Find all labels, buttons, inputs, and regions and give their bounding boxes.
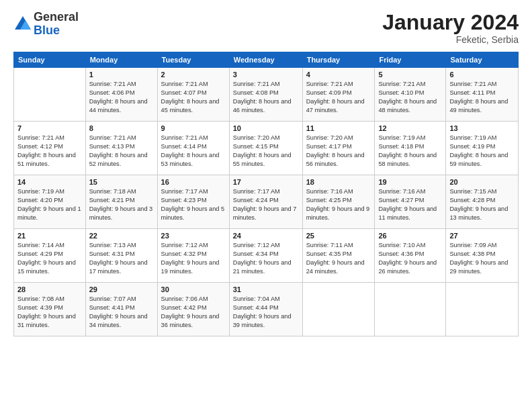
day-info: Sunrise: 7:21 AMSunset: 4:09 PMDaylight:… <box>306 80 371 115</box>
day-number: 5 <box>378 71 442 79</box>
day-number: 15 <box>89 178 154 186</box>
day-number: 22 <box>89 232 154 240</box>
day-info: Sunrise: 7:10 AMSunset: 4:36 PMDaylight:… <box>378 241 442 276</box>
day-number: 17 <box>233 178 299 186</box>
week-row-4: 21Sunrise: 7:14 AMSunset: 4:29 PMDayligh… <box>14 229 519 283</box>
week-row-5: 28Sunrise: 7:08 AMSunset: 4:39 PMDayligh… <box>14 283 519 336</box>
header-row: SundayMondayTuesdayWednesdayThursdayFrid… <box>14 52 519 68</box>
day-info: Sunrise: 7:19 AMSunset: 4:20 PMDaylight:… <box>17 187 82 222</box>
day-number: 3 <box>233 71 299 79</box>
day-info: Sunrise: 7:06 AMSunset: 4:42 PMDaylight:… <box>161 295 226 330</box>
day-info: Sunrise: 7:20 AMSunset: 4:15 PMDaylight:… <box>233 134 299 169</box>
col-header-tuesday: Tuesday <box>157 52 229 68</box>
day-cell: 7Sunrise: 7:21 AMSunset: 4:12 PMDaylight… <box>14 122 86 175</box>
day-number: 6 <box>449 71 515 79</box>
day-cell: 1Sunrise: 7:21 AMSunset: 4:06 PMDaylight… <box>85 68 157 122</box>
day-info: Sunrise: 7:13 AMSunset: 4:31 PMDaylight:… <box>89 241 154 276</box>
day-number: 24 <box>233 232 299 240</box>
location: Feketic, Serbia <box>382 34 519 45</box>
day-cell: 9Sunrise: 7:21 AMSunset: 4:14 PMDaylight… <box>157 122 229 175</box>
day-number: 31 <box>233 285 299 293</box>
day-cell: 4Sunrise: 7:21 AMSunset: 4:09 PMDaylight… <box>302 68 375 122</box>
day-info: Sunrise: 7:17 AMSunset: 4:24 PMDaylight:… <box>233 187 299 222</box>
day-cell: 16Sunrise: 7:17 AMSunset: 4:23 PMDayligh… <box>157 175 229 229</box>
col-header-saturday: Saturday <box>446 52 519 68</box>
day-cell: 17Sunrise: 7:17 AMSunset: 4:24 PMDayligh… <box>229 175 302 229</box>
day-number: 26 <box>378 232 442 240</box>
day-number: 20 <box>449 178 515 186</box>
day-info: Sunrise: 7:04 AMSunset: 4:44 PMDaylight:… <box>233 295 299 330</box>
day-info: Sunrise: 7:21 AMSunset: 4:12 PMDaylight:… <box>17 134 82 169</box>
col-header-monday: Monday <box>85 52 157 68</box>
week-row-2: 7Sunrise: 7:21 AMSunset: 4:12 PMDaylight… <box>14 122 519 175</box>
day-cell: 12Sunrise: 7:19 AMSunset: 4:18 PMDayligh… <box>375 122 446 175</box>
title-block: January 2024 Feketic, Serbia <box>382 11 519 45</box>
logo-icon <box>13 15 32 34</box>
calendar-table: SundayMondayTuesdayWednesdayThursdayFrid… <box>13 52 519 336</box>
day-info: Sunrise: 7:08 AMSunset: 4:39 PMDaylight:… <box>17 295 82 330</box>
day-info: Sunrise: 7:15 AMSunset: 4:28 PMDaylight:… <box>449 187 515 222</box>
day-cell: 27Sunrise: 7:09 AMSunset: 4:38 PMDayligh… <box>446 229 519 283</box>
day-cell: 14Sunrise: 7:19 AMSunset: 4:20 PMDayligh… <box>14 175 86 229</box>
day-number: 25 <box>306 232 371 240</box>
day-cell: 10Sunrise: 7:20 AMSunset: 4:15 PMDayligh… <box>229 122 302 175</box>
day-info: Sunrise: 7:21 AMSunset: 4:14 PMDaylight:… <box>161 134 226 169</box>
col-header-friday: Friday <box>375 52 446 68</box>
day-cell: 23Sunrise: 7:12 AMSunset: 4:32 PMDayligh… <box>157 229 229 283</box>
logo-general-text: General <box>34 10 79 24</box>
day-cell: 11Sunrise: 7:20 AMSunset: 4:17 PMDayligh… <box>302 122 375 175</box>
day-cell: 26Sunrise: 7:10 AMSunset: 4:36 PMDayligh… <box>375 229 446 283</box>
day-info: Sunrise: 7:12 AMSunset: 4:34 PMDaylight:… <box>233 241 299 276</box>
day-number: 14 <box>17 178 82 186</box>
day-number: 2 <box>161 71 226 79</box>
day-info: Sunrise: 7:09 AMSunset: 4:38 PMDaylight:… <box>449 241 515 276</box>
day-cell: 22Sunrise: 7:13 AMSunset: 4:31 PMDayligh… <box>85 229 157 283</box>
day-cell: 18Sunrise: 7:16 AMSunset: 4:25 PMDayligh… <box>302 175 375 229</box>
day-info: Sunrise: 7:21 AMSunset: 4:13 PMDaylight:… <box>89 134 154 169</box>
day-number: 9 <box>161 124 226 132</box>
day-cell: 24Sunrise: 7:12 AMSunset: 4:34 PMDayligh… <box>229 229 302 283</box>
day-number: 13 <box>449 124 515 132</box>
day-info: Sunrise: 7:12 AMSunset: 4:32 PMDaylight:… <box>161 241 226 276</box>
day-info: Sunrise: 7:21 AMSunset: 4:07 PMDaylight:… <box>161 80 226 115</box>
header: General Blue January 2024 Feketic, Serbi… <box>13 11 519 45</box>
day-info: Sunrise: 7:21 AMSunset: 4:06 PMDaylight:… <box>89 80 154 115</box>
day-cell: 3Sunrise: 7:21 AMSunset: 4:08 PMDaylight… <box>229 68 302 122</box>
day-cell <box>14 68 86 122</box>
day-info: Sunrise: 7:20 AMSunset: 4:17 PMDaylight:… <box>306 134 371 169</box>
day-info: Sunrise: 7:17 AMSunset: 4:23 PMDaylight:… <box>161 187 226 222</box>
day-number: 28 <box>17 285 82 293</box>
day-info: Sunrise: 7:21 AMSunset: 4:11 PMDaylight:… <box>449 80 515 115</box>
week-row-1: 1Sunrise: 7:21 AMSunset: 4:06 PMDaylight… <box>14 68 519 122</box>
col-header-wednesday: Wednesday <box>229 52 302 68</box>
day-number: 30 <box>161 285 226 293</box>
day-info: Sunrise: 7:19 AMSunset: 4:19 PMDaylight:… <box>449 134 515 169</box>
day-info: Sunrise: 7:16 AMSunset: 4:27 PMDaylight:… <box>378 187 442 222</box>
day-info: Sunrise: 7:19 AMSunset: 4:18 PMDaylight:… <box>378 134 442 169</box>
day-number: 7 <box>17 124 82 132</box>
day-info: Sunrise: 7:18 AMSunset: 4:21 PMDaylight:… <box>89 187 154 222</box>
day-number: 29 <box>89 285 154 293</box>
day-info: Sunrise: 7:07 AMSunset: 4:41 PMDaylight:… <box>89 295 154 330</box>
day-cell: 29Sunrise: 7:07 AMSunset: 4:41 PMDayligh… <box>85 283 157 336</box>
logo-blue-text: Blue <box>34 24 60 37</box>
day-cell: 25Sunrise: 7:11 AMSunset: 4:35 PMDayligh… <box>302 229 375 283</box>
day-cell: 21Sunrise: 7:14 AMSunset: 4:29 PMDayligh… <box>14 229 86 283</box>
week-row-3: 14Sunrise: 7:19 AMSunset: 4:20 PMDayligh… <box>14 175 519 229</box>
day-cell: 31Sunrise: 7:04 AMSunset: 4:44 PMDayligh… <box>229 283 302 336</box>
col-header-sunday: Sunday <box>14 52 86 68</box>
day-number: 21 <box>17 232 82 240</box>
day-number: 11 <box>306 124 371 132</box>
day-cell <box>446 283 519 336</box>
col-header-thursday: Thursday <box>302 52 375 68</box>
day-number: 27 <box>449 232 515 240</box>
day-number: 23 <box>161 232 226 240</box>
day-info: Sunrise: 7:16 AMSunset: 4:25 PMDaylight:… <box>306 187 371 222</box>
day-info: Sunrise: 7:21 AMSunset: 4:10 PMDaylight:… <box>378 80 442 115</box>
day-cell: 30Sunrise: 7:06 AMSunset: 4:42 PMDayligh… <box>157 283 229 336</box>
day-info: Sunrise: 7:14 AMSunset: 4:29 PMDaylight:… <box>17 241 82 276</box>
day-cell <box>375 283 446 336</box>
day-number: 12 <box>378 124 442 132</box>
day-cell: 20Sunrise: 7:15 AMSunset: 4:28 PMDayligh… <box>446 175 519 229</box>
day-cell: 15Sunrise: 7:18 AMSunset: 4:21 PMDayligh… <box>85 175 157 229</box>
